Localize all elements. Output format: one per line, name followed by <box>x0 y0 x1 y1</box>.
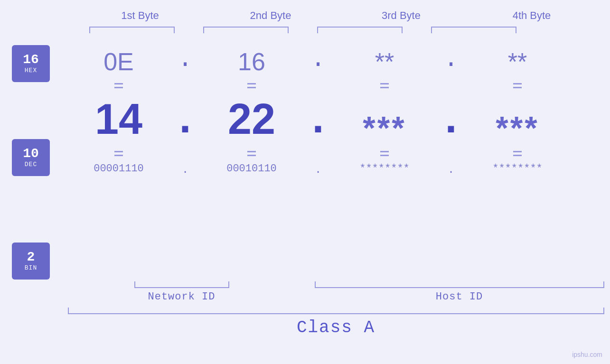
hex-b4-value: ** <box>508 40 527 78</box>
dec-b4-cell: *** <box>460 109 574 146</box>
bin-badge-number: 2 <box>27 250 35 265</box>
eq-line-top-2a <box>114 151 123 152</box>
bin-badge-label: BIN <box>25 265 37 271</box>
network-bracket-wrapper <box>68 281 296 288</box>
bin-dot2: . <box>309 164 328 176</box>
host-id-label: Host ID <box>315 291 604 303</box>
hex-dot3: . <box>441 46 460 74</box>
eq-symbol-2c <box>380 151 389 156</box>
bottom-area: Class A <box>68 308 604 337</box>
eq-symbol-2d <box>513 151 522 156</box>
dec-b1-cell: 14 <box>62 93 176 146</box>
eq-cell-1b <box>195 83 309 88</box>
byte2-header: 2nd Byte <box>214 9 328 22</box>
bracket-top-shape-4 <box>431 27 516 33</box>
eq-line-bot-2b <box>247 155 256 156</box>
bracket-top-shape-2 <box>203 27 289 33</box>
dec-b4-value: *** <box>496 109 539 146</box>
network-id-label: Network ID <box>68 291 296 303</box>
bin-dot1: . <box>176 164 195 176</box>
dec-dot3: . <box>441 93 460 146</box>
eq-symbol-1d <box>513 83 522 88</box>
hex-badge-label: HEX <box>25 67 37 74</box>
hex-badge-number: 16 <box>23 53 39 67</box>
bin-b3-value: ******** <box>359 160 410 179</box>
eq-line-top-2c <box>380 151 389 152</box>
eq-symbol-2a <box>114 151 123 156</box>
dec-badge-number: 10 <box>23 147 39 161</box>
hex-b2-cell: 16 <box>195 40 309 78</box>
eq-line-top-1b <box>247 83 256 84</box>
bracket-top-shape-3 <box>317 27 403 33</box>
bin-badge: 2 BIN <box>12 243 50 280</box>
bytes-grid: 0E . 16 . ** . ** <box>62 40 610 179</box>
bracket-top-2 <box>189 27 303 33</box>
eq-line-top-1d <box>513 83 522 84</box>
hex-badge: 16 HEX <box>12 45 50 82</box>
bin-row: 00001110 . 00010110 . ******** . *******… <box>62 160 598 179</box>
dec-badge: 10 DEC <box>12 139 50 176</box>
eq-row-1 <box>62 78 598 93</box>
bin-b1-value: 00001110 <box>94 160 144 179</box>
hex-b1-cell: 0E <box>62 40 176 78</box>
eq-line-top-2b <box>247 151 256 152</box>
eq-cell-2a <box>62 151 176 156</box>
dec-row: 14 . 22 . *** . *** <box>62 93 598 146</box>
dec-dot1: . <box>176 93 195 146</box>
eq-line-bot-2a <box>114 155 123 156</box>
hex-b2-value: 16 <box>238 40 265 78</box>
network-bracket <box>134 281 229 288</box>
hex-b3-cell: ** <box>328 40 441 78</box>
eq-line-top-1a <box>114 83 123 84</box>
class-label: Class A <box>297 318 375 337</box>
bracket-top-3 <box>303 27 417 33</box>
bin-b2-cell: 00010110 <box>195 160 309 179</box>
bottom-brackets <box>68 281 604 288</box>
eq-symbol-2b <box>247 151 256 156</box>
bin-b1-cell: 00001110 <box>62 160 176 179</box>
labels-gap <box>296 291 315 303</box>
dec-b2-cell: 22 <box>195 93 309 146</box>
eq-symbol-1b <box>247 83 256 88</box>
dec-b3-value: *** <box>363 109 406 146</box>
eq-line-top-2d <box>513 151 522 152</box>
eq-line-bot-2c <box>380 155 389 156</box>
hex-b4-cell: ** <box>460 40 574 78</box>
byte1-header: 1st Byte <box>83 9 197 22</box>
eq-cell-1c <box>328 83 441 88</box>
bin-b4-value: ******** <box>492 160 543 179</box>
eq-line-top-1c <box>380 83 389 84</box>
bracket-top-shape-1 <box>89 27 175 33</box>
byte4-header: 4th Byte <box>475 9 589 22</box>
eq-row-2 <box>62 146 598 160</box>
main-area: 16 HEX 10 DEC 2 BIN 0E . <box>0 40 610 280</box>
eq-line-bot-1b <box>247 87 256 88</box>
class-label-row: Class A <box>68 318 604 337</box>
hex-b1-value: 0E <box>103 40 134 78</box>
dec-b3-cell: *** <box>328 109 441 146</box>
bin-b3-cell: ******** <box>328 160 441 179</box>
byte3-header: 3rd Byte <box>344 9 458 22</box>
host-bracket-wrapper <box>315 281 604 288</box>
eq-cell-1a <box>62 83 176 88</box>
dec-badge-label: DEC <box>25 161 37 168</box>
eq-cell-2b <box>195 151 309 156</box>
eq-line-bot-1c <box>380 87 389 88</box>
big-bracket <box>68 308 604 314</box>
watermark: ipshu.com <box>572 351 602 358</box>
eq-line-bot-2d <box>513 155 522 156</box>
eq-cell-2c <box>328 151 441 156</box>
hex-dot1: . <box>176 46 195 74</box>
bin-dot3: . <box>441 164 460 176</box>
dec-b1-value: 14 <box>95 93 142 146</box>
hex-b3-value: ** <box>375 40 394 78</box>
hex-row: 0E . 16 . ** . ** <box>62 40 598 78</box>
eq-cell-1d <box>460 83 574 88</box>
dec-b2-value: 22 <box>228 93 275 146</box>
main-container: 1st Byte 2nd Byte 3rd Byte 4th Byte 16 H… <box>0 0 610 364</box>
host-bracket <box>315 281 604 288</box>
hex-dot2: . <box>309 46 328 74</box>
label-column: 16 HEX 10 DEC 2 BIN <box>0 40 62 280</box>
bin-b2-value: 00010110 <box>226 160 277 179</box>
eq-symbol-1a <box>114 83 123 88</box>
